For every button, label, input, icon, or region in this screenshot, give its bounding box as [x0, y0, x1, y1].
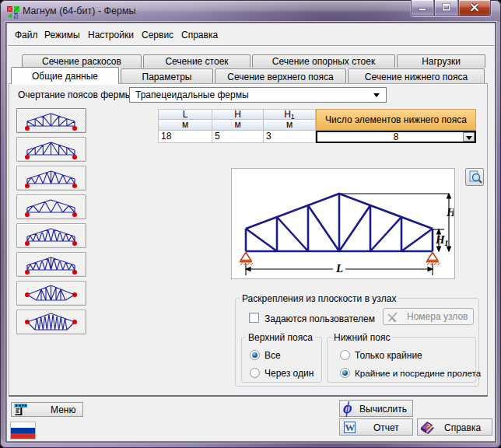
svg-text:1: 1 [444, 238, 449, 247]
svg-text:H: H [446, 206, 454, 219]
svg-text:W: W [345, 422, 355, 433]
svg-text:L: L [335, 262, 343, 275]
